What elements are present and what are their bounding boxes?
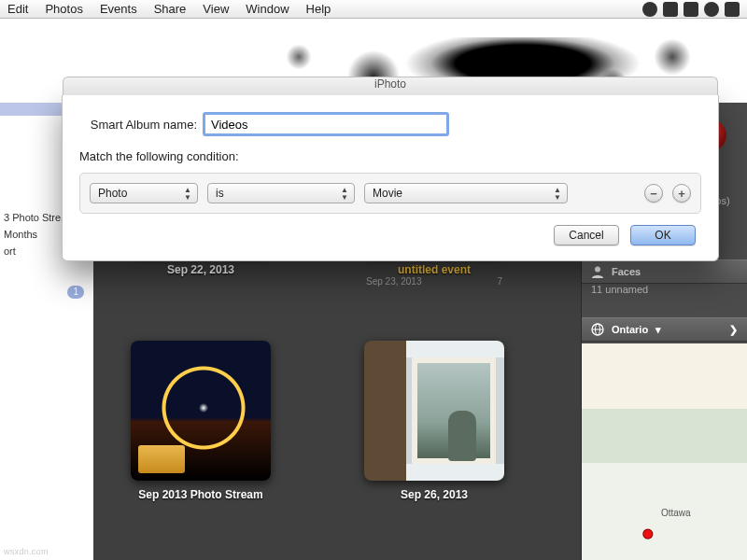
menu-photos[interactable]: Photos (45, 2, 82, 16)
event-subcaption: Sep 23, 20137 (364, 276, 504, 287)
event-caption: untitled event (364, 263, 504, 276)
app-window: 3 Photo Stream Months ort 1 Sep 22, 2013… (0, 19, 747, 560)
status-icon[interactable] (642, 2, 657, 17)
menu-help[interactable]: Help (306, 2, 331, 16)
add-condition-button[interactable]: + (672, 184, 691, 203)
menu-view[interactable]: View (203, 2, 229, 16)
places-map[interactable]: Ottawa (582, 343, 747, 560)
menu-edit[interactable]: Edit (7, 2, 28, 16)
sidebar-badge: 1 (67, 286, 84, 299)
ok-button[interactable]: OK (630, 225, 696, 245)
event[interactable]: Sep 2013 Photo Stream (131, 341, 271, 501)
sheet-titlebar: iPhoto (63, 77, 718, 95)
menu-share[interactable]: Share (154, 2, 187, 16)
person-icon (591, 265, 604, 278)
evernote-icon[interactable] (684, 2, 698, 17)
places-section-header[interactable]: Ontario ▾ ❯ (582, 317, 747, 342)
svg-point-0 (595, 267, 600, 273)
smart-album-name-input[interactable] (204, 114, 447, 134)
event-caption: Sep 2013 Photo Stream (131, 488, 271, 501)
dropbox-icon[interactable] (725, 2, 740, 17)
cancel-button[interactable]: Cancel (554, 225, 619, 245)
updown-icon: ▲▼ (554, 187, 561, 202)
os-menubar: Edit Photos Events Share View Window Hel… (0, 0, 747, 19)
globe-icon (591, 323, 604, 336)
disclosure-icon: ▾ (655, 324, 661, 336)
event-thumb[interactable] (131, 341, 271, 481)
condition-value-select[interactable]: Movie▲▼ (364, 183, 568, 203)
status-icon[interactable] (663, 2, 678, 17)
map-city-label: Ottawa (661, 508, 691, 518)
name-label: Smart Album name: (79, 118, 204, 132)
menu-window[interactable]: Window (246, 2, 289, 16)
faces-section-header[interactable]: Faces (582, 259, 747, 284)
updown-icon: ▲▼ (341, 187, 348, 202)
menu-events[interactable]: Events (100, 2, 137, 16)
smart-album-sheet: iPhoto Smart Album name: Match the follo… (62, 95, 719, 261)
status-icon[interactable] (704, 2, 719, 17)
condition-field-select[interactable]: Photo▲▼ (90, 183, 198, 203)
watermark: wsxdn.com (4, 547, 49, 556)
condition-label: Match the following condition: (79, 149, 701, 163)
event-thumb[interactable] (364, 341, 504, 481)
event[interactable]: Sep 26, 2013 (364, 341, 504, 501)
condition-row: Photo▲▼ is▲▼ Movie▲▼ − + (79, 173, 701, 214)
event-caption: Sep 26, 2013 (364, 488, 504, 501)
event-caption: Sep 22, 2013 (131, 263, 271, 276)
remove-condition-button[interactable]: − (644, 184, 663, 203)
condition-operator-select[interactable]: is▲▼ (207, 183, 355, 203)
faces-count: 11 unnamed (591, 284, 648, 295)
updown-icon: ▲▼ (184, 187, 191, 202)
chevron-right-icon[interactable]: ❯ (729, 324, 738, 336)
